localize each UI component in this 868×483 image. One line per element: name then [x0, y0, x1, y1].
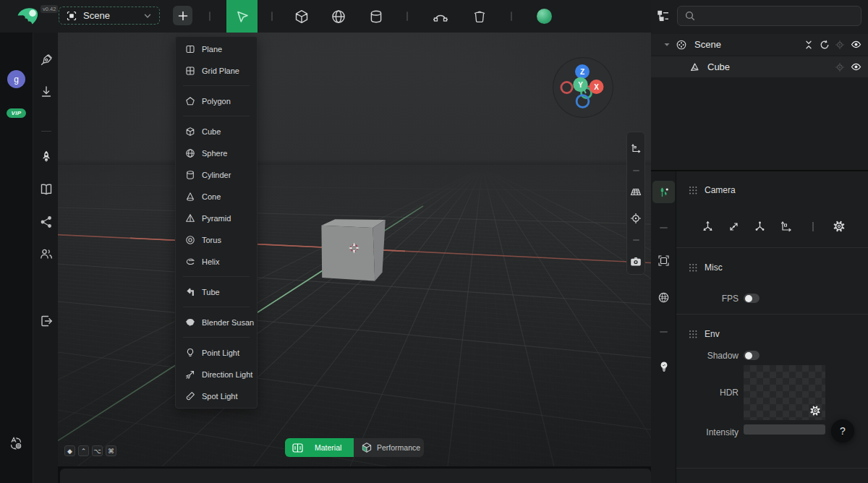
svg-text:X: X — [594, 83, 599, 91]
svg-text:Y: Y — [578, 81, 583, 89]
svg-text:Z: Z — [580, 68, 584, 76]
